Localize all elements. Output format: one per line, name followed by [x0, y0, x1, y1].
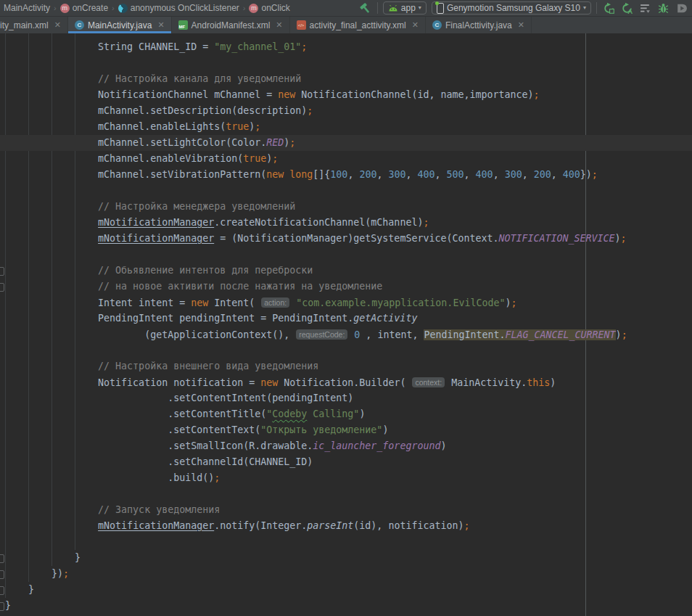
- code-line[interactable]: // Настройка внешнего вида уведомления: [0, 358, 692, 374]
- code-line[interactable]: mChannel.setVibrationPattern(new long[]{…: [0, 167, 692, 183]
- code-line[interactable]: mChannel.enableVibration(true);: [0, 151, 692, 167]
- build-hammer-icon[interactable]: [359, 1, 372, 15]
- java-class-icon: C: [75, 20, 84, 30]
- tab-activity-main-xml[interactable]: ity_main.xml ✕: [0, 17, 68, 33]
- code-token: ): [382, 424, 388, 435]
- code-line[interactable]: Notification notification = new Notifica…: [0, 374, 692, 390]
- code-line[interactable]: .setSmallIcon(R.drawable.ic_launcher_for…: [0, 438, 692, 454]
- code-line[interactable]: String CHANNEL_ID = "my_channel_01";: [0, 39, 692, 55]
- debug-icon[interactable]: [656, 1, 670, 15]
- breadcrumb-item-onclick[interactable]: m onClick: [247, 3, 292, 13]
- code-line[interactable]: .build();: [0, 470, 692, 486]
- code-token: NOTIFICATION_SERVICE: [498, 233, 614, 244]
- breadcrumb-item-class[interactable]: MainActivity: [1, 3, 52, 13]
- code-line[interactable]: Intent intent = new Intent( action: "com…: [0, 295, 692, 311]
- code-line[interactable]: // на новое активити после нажатия на ув…: [0, 279, 692, 295]
- code-token: ): [616, 329, 622, 340]
- code-line[interactable]: .setContentIntent(pendingIntent): [0, 390, 692, 406]
- code-token: new: [278, 89, 295, 100]
- code-line[interactable]: [0, 55, 692, 71]
- code-line[interactable]: .setChannelId(CHANNEL_ID): [0, 454, 692, 470]
- apply-code-changes-icon[interactable]: A: [620, 1, 633, 15]
- code-token: ;: [592, 169, 598, 180]
- code-line[interactable]: // Запуск уведомления: [0, 502, 692, 518]
- tab-androidmanifest-xml[interactable]: MF AndroidManifest.xml ✕: [172, 17, 290, 33]
- code-line[interactable]: // Настройка менеджера уведомлений: [0, 199, 692, 215]
- code-line[interactable]: PendingIntent pendingIntent = PendingInt…: [0, 311, 692, 327]
- code-token: MainActivity.: [445, 377, 527, 388]
- tab-mainactivity-java[interactable]: C MainActivity.java ✕: [68, 17, 172, 33]
- fold-marker[interactable]: [0, 267, 4, 276]
- code-token: .build(): [5, 472, 214, 483]
- code-line[interactable]: }: [0, 550, 692, 566]
- breadcrumb-item-anonymous-class[interactable]: anonymous OnClickListener: [116, 3, 242, 13]
- code-editor[interactable]: String CHANNEL_ID = "my_channel_01"; // …: [0, 33, 692, 616]
- fold-marker[interactable]: [0, 586, 4, 595]
- code-token: // Настройка менеджера уведомлений: [5, 201, 295, 212]
- code-line[interactable]: // Обьявление интентов для переброски: [0, 263, 692, 279]
- code-line[interactable]: mNotificationManager.createNotificationC…: [0, 215, 692, 231]
- profile-app-icon[interactable]: [675, 1, 688, 15]
- close-icon[interactable]: ✕: [518, 20, 524, 30]
- profiler-icon[interactable]: [638, 1, 651, 15]
- fold-marker[interactable]: [0, 602, 4, 611]
- fold-marker[interactable]: [0, 570, 4, 579]
- code-line[interactable]: // Настройка канала для уведомлений: [0, 71, 692, 87]
- breadcrumb-label: onClick: [261, 3, 289, 13]
- code-line[interactable]: }: [0, 582, 692, 598]
- fold-marker[interactable]: [0, 283, 4, 292]
- code-area[interactable]: String CHANNEL_ID = "my_channel_01"; // …: [0, 33, 692, 614]
- code-token: }: [5, 584, 34, 595]
- tab-label: activity_final_acttivity.xml: [310, 20, 406, 30]
- code-token: mChannel.enableVibration(: [5, 153, 243, 164]
- tab-activity-final-acttivity-xml[interactable]: </> activity_final_acttivity.xml ✕: [290, 17, 426, 33]
- code-line[interactable]: [0, 247, 692, 263]
- run-configuration-select[interactable]: app ▾: [383, 1, 427, 15]
- close-icon[interactable]: ✕: [276, 20, 282, 30]
- close-icon[interactable]: ✕: [54, 20, 61, 30]
- apply-changes-restart-icon[interactable]: [602, 1, 615, 15]
- code-line[interactable]: [0, 534, 692, 550]
- code-token: FLAG_CANCEL_CURRENT: [506, 329, 616, 340]
- device-select[interactable]: Genymotion Samsung Galaxy S10 ▾: [432, 1, 591, 15]
- code-token: parseInt: [307, 520, 353, 531]
- code-line[interactable]: mNotificationManager.notify(Integer.pars…: [0, 518, 692, 534]
- breadcrumb-item-oncreate[interactable]: m onCreate: [58, 3, 110, 13]
- code-token: []{: [313, 169, 330, 180]
- code-token: 400: [418, 169, 435, 180]
- code-line[interactable]: .setContentTitle("Codeby Calling"): [0, 406, 692, 422]
- code-line[interactable]: mChannel.setDescription(description);: [0, 103, 692, 119]
- java-class-icon: C: [432, 20, 442, 30]
- code-token: 300: [505, 169, 522, 180]
- close-icon[interactable]: ✕: [412, 20, 419, 30]
- code-token: ;: [63, 568, 69, 579]
- code-line[interactable]: [0, 342, 692, 358]
- code-line[interactable]: }: [0, 598, 692, 614]
- code-line[interactable]: });: [0, 566, 692, 582]
- breadcrumb-label: onCreate: [73, 3, 108, 13]
- code-token: ;: [622, 329, 627, 340]
- xml-file-icon: </>: [297, 20, 306, 30]
- code-line[interactable]: mNotificationManager = (NotificationMana…: [0, 231, 692, 247]
- code-token: new: [266, 169, 284, 180]
- code-line[interactable]: .setContentText("Открыть уведомление"): [0, 422, 692, 438]
- code-line[interactable]: NotificationChannel mChannel = new Notif…: [0, 87, 692, 103]
- code-token: .setContentIntent(pendingIntent): [5, 393, 353, 403]
- tab-label: MainActivity.java: [88, 20, 152, 30]
- device-phone-icon: [437, 3, 444, 14]
- inlay-hint: context:: [412, 377, 445, 387]
- toolbar-separator: [596, 2, 597, 14]
- tab-finalacttivity-java[interactable]: C FinalActtivity.java ✕: [426, 17, 532, 33]
- code-line[interactable]: mChannel.enableLights(true);: [0, 119, 692, 135]
- code-line[interactable]: [0, 486, 692, 502]
- code-line[interactable]: [0, 183, 692, 199]
- fold-marker[interactable]: [0, 554, 4, 563]
- code-token: [5, 233, 98, 244]
- code-line[interactable]: (getApplicationContext(), requestCode: 0…: [0, 327, 692, 342]
- code-token: "Открыть уведомление": [260, 424, 382, 435]
- code-token: = (NotificationManager)getSystemService(…: [214, 233, 498, 244]
- code-line[interactable]: mChannel.setLightColor(Color.RED);: [0, 135, 692, 151]
- close-icon[interactable]: ✕: [157, 20, 164, 30]
- code-token: mNotificationManager: [98, 520, 214, 531]
- code-token: "my_channel_01": [214, 41, 301, 52]
